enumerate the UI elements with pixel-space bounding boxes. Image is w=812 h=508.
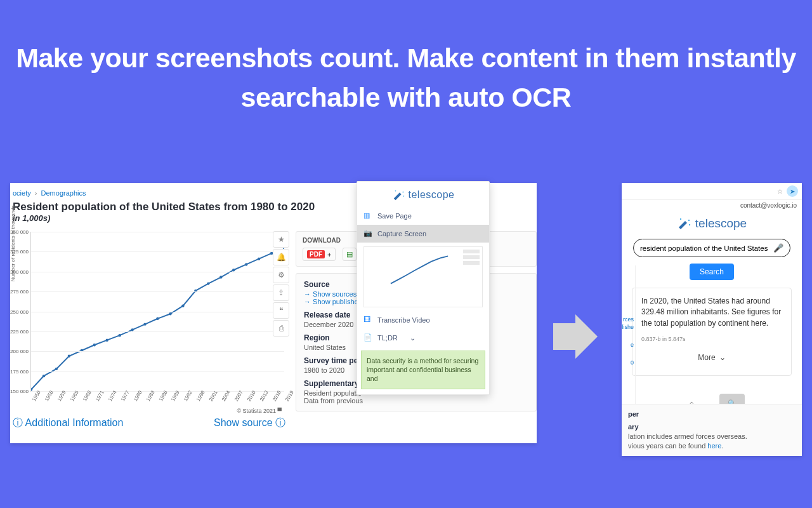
svg-point-9 (143, 323, 146, 325)
svg-marker-24 (553, 314, 598, 359)
svg-point-1 (43, 375, 45, 377)
print-icon[interactable]: ⎙ (273, 320, 289, 337)
pdf-button[interactable]: PDF + (303, 248, 336, 261)
chart-area: Number of residents in thousands 150 000… (13, 228, 287, 411)
svg-point-25 (680, 218, 681, 220)
search-bar[interactable]: 🎤 (633, 239, 790, 257)
svg-point-23 (403, 196, 404, 197)
search-input[interactable] (640, 244, 773, 252)
video-icon: 🎞 (363, 316, 372, 324)
breadcrumb-b[interactable]: Demographics (41, 189, 86, 197)
show-source-link[interactable]: Show source ⓘ (214, 417, 285, 430)
gear-icon[interactable]: ⚙ (273, 267, 289, 283)
chart-copyright: © Statista 2021 (237, 408, 276, 414)
doc-icon: 📄 (363, 333, 372, 342)
breadcrumb-a[interactable]: ociety (13, 189, 31, 197)
svg-point-15 (219, 276, 222, 278)
chart-action-icons: ★ 🔔 ⚙ ⇪ ❝ ⎙ (273, 231, 291, 338)
transcribe-item[interactable]: 🎞 Transcribe Video (357, 311, 489, 329)
send-icon[interactable]: ➤ (787, 185, 798, 197)
here-link[interactable]: here (707, 442, 721, 450)
star-icon[interactable]: ★ (273, 231, 289, 248)
svg-point-11 (169, 312, 171, 315)
result-text: In 2020, the United States had around 32… (641, 296, 782, 329)
svg-point-10 (156, 318, 159, 320)
chart-plot: 150 000175 000200 000225 000250 000275 0… (30, 232, 284, 392)
breadcrumb-sep: › (35, 189, 37, 197)
svg-point-27 (689, 224, 690, 225)
capture-preview (363, 246, 483, 307)
chevron-down-icon: ⌄ (719, 352, 726, 363)
more-toggle[interactable]: More⌄ (641, 352, 782, 363)
camera-icon: 📷 (363, 229, 372, 238)
svg-point-26 (688, 220, 690, 221)
svg-point-6 (106, 338, 108, 341)
bell-icon[interactable]: 🔔 (273, 249, 289, 265)
share-icon[interactable]: ⇪ (273, 284, 289, 301)
telescope-tip: Data security is a method for securing i… (361, 351, 485, 389)
svg-point-22 (402, 192, 403, 193)
svg-point-2 (55, 368, 58, 370)
contact-email: contact@voxlogic.io (622, 200, 802, 211)
star-outline-icon[interactable]: ☆ (777, 188, 783, 195)
supp-2: Data from previous (304, 397, 528, 404)
telescope-logo: telescope (357, 182, 489, 207)
result-meta: 0.837-b in 5.847s (641, 335, 782, 344)
svg-point-17 (245, 263, 247, 265)
chevron-down-icon: ⌄ (410, 334, 416, 342)
svg-point-14 (207, 282, 209, 284)
svg-point-18 (258, 257, 260, 260)
xls-button[interactable]: ▤ (343, 248, 357, 261)
additional-info-link[interactable]: ⓘ Additional Information (13, 417, 123, 430)
svg-point-3 (68, 355, 70, 358)
search-button[interactable]: Search (690, 264, 734, 280)
svg-point-12 (181, 305, 184, 307)
headline: Make your screenshots count. Make conten… (0, 0, 812, 117)
telescope-logo-right: telescope (622, 211, 802, 239)
save-icon: ▥ (363, 211, 372, 220)
telescope-popup: telescope ▥ Save Page 📷 Capture Screen 🎞… (357, 181, 490, 395)
arrow-icon (553, 314, 598, 359)
mic-icon[interactable]: 🎤 (773, 243, 783, 253)
svg-point-21 (395, 190, 396, 192)
tldr-item[interactable]: 📄 TL;DR ⌄ (357, 329, 489, 347)
capture-screen-item[interactable]: 📷 Capture Screen (357, 225, 489, 243)
tail-text: per ary lation includes armed forces ove… (622, 404, 802, 456)
svg-point-5 (93, 344, 96, 346)
result-card: In 2020, the United States had around 32… (632, 288, 792, 376)
screenshot-right: ☆ ➤ contact@voxlogic.io telescope 🎤 Sear… (622, 183, 802, 456)
save-page-item[interactable]: ▥ Save Page (357, 207, 489, 225)
quote-icon[interactable]: ❝ (273, 302, 289, 319)
svg-point-7 (118, 334, 121, 337)
